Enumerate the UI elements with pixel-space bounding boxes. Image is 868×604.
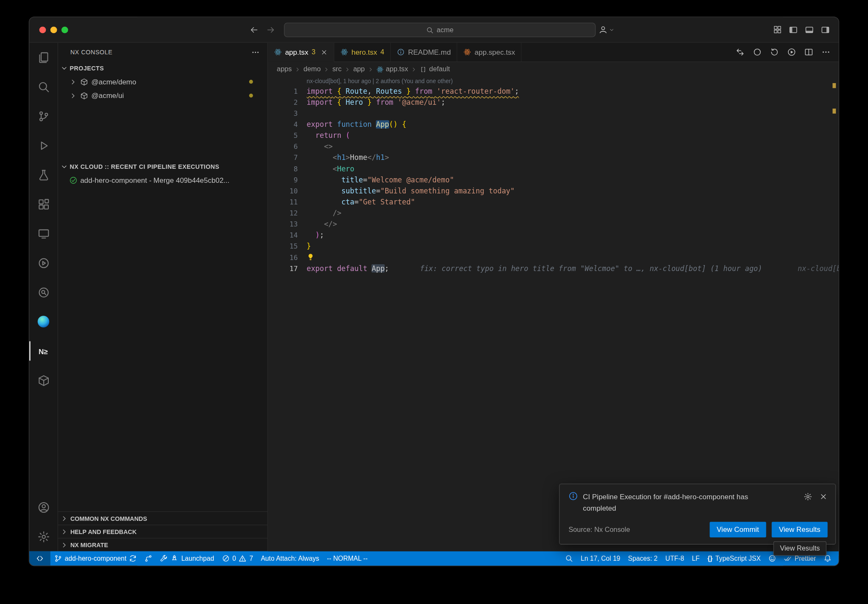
code-line-10[interactable]: 10 subtitle="Build something amazing tod… xyxy=(268,186,839,197)
nx-cloud-section-header[interactable]: NX CLOUD :: RECENT CI PIPELINE EXECUTION… xyxy=(58,160,267,173)
breadcrumb-app[interactable]: app xyxy=(353,65,364,73)
tab-app.spec.tsx[interactable]: app.spec.tsx xyxy=(457,43,522,62)
ci-pipeline-item[interactable]: add-hero-component - Merge 409b44e5cb02.… xyxy=(58,173,267,187)
remote-explorer-icon xyxy=(37,227,50,240)
activity-nx-console[interactable]: N≥ xyxy=(29,336,58,366)
status-bar-left: add-hero-componentLaunchpad07Auto Attach… xyxy=(29,551,371,566)
activity-accounts[interactable] xyxy=(29,492,58,522)
close-window-button[interactable] xyxy=(39,26,46,33)
sidebar-section-common-nx-commands[interactable]: COMMON NX COMMANDS xyxy=(58,512,267,525)
toggle-outline-icon[interactable] xyxy=(753,48,762,56)
more-actions-icon[interactable] xyxy=(821,48,830,56)
toggle-sidebar-icon[interactable] xyxy=(789,25,798,34)
code-line-8[interactable]: 8 <Hero xyxy=(268,163,839,174)
status-git-graph[interactable] xyxy=(141,551,156,566)
project-item[interactable]: @acme/demo xyxy=(58,75,267,89)
code-line-7[interactable]: 7 <h1>Home</h1> xyxy=(268,152,839,163)
code-line-16[interactable]: 16 xyxy=(268,252,839,263)
status-language-mode[interactable]: {}TypeScript JSX xyxy=(704,551,765,566)
profile-icon xyxy=(598,25,608,34)
brackets-crumb-icon xyxy=(420,66,427,73)
profile-switcher[interactable] xyxy=(598,17,615,42)
toggle-secondary-sidebar-icon[interactable] xyxy=(821,25,830,34)
close-tab-icon[interactable] xyxy=(320,48,328,56)
status-branch[interactable]: add-hero-component xyxy=(50,551,141,566)
status-cursor-position[interactable]: Ln 17, Col 19 xyxy=(577,551,624,566)
code-line-17[interactable]: 17export default App;fix: correct typo i… xyxy=(268,263,839,274)
status-auto-attach[interactable]: Auto Attach: Always xyxy=(257,551,323,566)
sidebar-more-actions-icon[interactable] xyxy=(251,48,260,56)
editor[interactable]: nx-cloud[bot], 1 hour ago | 2 authors (Y… xyxy=(268,76,839,551)
status-problems[interactable]: 07 xyxy=(218,551,257,566)
testing-icon xyxy=(37,169,50,181)
tab-hero.tsx[interactable]: hero.tsx4 xyxy=(334,43,391,62)
code-line-1[interactable]: 1import { Route, Routes } from 'react-ro… xyxy=(268,86,839,97)
activity-extensions[interactable] xyxy=(29,190,58,219)
breadcrumb-default[interactable]: default xyxy=(420,65,450,73)
activity-search[interactable] xyxy=(29,72,58,101)
open-changes-icon[interactable] xyxy=(736,48,745,56)
code-line-6[interactable]: 6 <> xyxy=(268,141,839,152)
toast-header: CI Pipeline Execution for #add-hero-comp… xyxy=(568,492,827,515)
fullscreen-window-button[interactable] xyxy=(61,26,68,33)
minimize-window-button[interactable] xyxy=(50,26,57,33)
rerun-task-icon[interactable] xyxy=(770,48,779,56)
activity-explorer[interactable] xyxy=(29,43,58,72)
split-editor-icon[interactable] xyxy=(804,48,813,56)
status-indentation[interactable]: Spaces: 2 xyxy=(624,551,662,566)
status-encoding[interactable]: UTF-8 xyxy=(662,551,688,566)
code-line-14[interactable]: 14 ); xyxy=(268,230,839,241)
status-vim-mode[interactable]: -- NORMAL -- xyxy=(323,551,371,566)
activity-remote-explorer[interactable] xyxy=(29,219,58,248)
activity-project-details[interactable] xyxy=(29,277,58,307)
status-zoom[interactable] xyxy=(562,551,577,566)
code-line-4[interactable]: 4export function App() { xyxy=(268,119,839,130)
view-results-button[interactable]: View Results xyxy=(772,522,828,537)
notification-settings-icon[interactable] xyxy=(804,492,812,501)
lightbulb-icon[interactable] xyxy=(307,253,314,261)
run-file-icon[interactable] xyxy=(787,48,796,56)
code-line-11[interactable]: 11 cta="Get Started" xyxy=(268,197,839,208)
status-remote[interactable] xyxy=(29,551,50,566)
activity-edge-tools[interactable] xyxy=(29,307,58,336)
code-line-13[interactable]: 13 </> xyxy=(268,219,839,230)
breadcrumb-separator-icon xyxy=(367,66,373,72)
view-commit-button[interactable]: View Commit xyxy=(709,522,766,537)
project-item[interactable]: @acme/ui xyxy=(58,89,267,103)
breadcrumb-app.tsx[interactable]: app.tsx xyxy=(376,65,408,73)
inline-blame-overflow: nx-cloud[b xyxy=(798,263,839,274)
breadcrumb-demo[interactable]: demo xyxy=(303,65,321,73)
command-center[interactable]: acme xyxy=(284,23,595,37)
sidebar-section-help-and-feedback[interactable]: HELP AND FEEDBACK xyxy=(58,525,267,538)
customize-layout-icon[interactable] xyxy=(773,25,782,34)
tab-app.tsx[interactable]: app.tsx3 xyxy=(268,43,334,62)
activity-nx-cloud-runs[interactable] xyxy=(29,248,58,277)
sidebar-section-nx-migrate[interactable]: NX MIGRATE xyxy=(58,538,267,551)
activity-testing[interactable] xyxy=(29,160,58,189)
activity-run-and-debug[interactable] xyxy=(29,131,58,160)
chevron-right-icon xyxy=(60,541,68,548)
breadcrumb-label: default xyxy=(429,65,450,73)
nav-back-icon[interactable] xyxy=(250,25,259,34)
section-label: NX MIGRATE xyxy=(70,542,108,548)
breadcrumb-separator-icon xyxy=(323,66,329,72)
breadcrumb-apps[interactable]: apps xyxy=(277,65,292,73)
breadcrumb-src[interactable]: src xyxy=(332,65,342,73)
code-line-9[interactable]: 9 title="Welcome @acme/demo" xyxy=(268,174,839,185)
nav-forward-icon[interactable] xyxy=(266,25,275,34)
code-line-15[interactable]: 15} xyxy=(268,241,839,252)
close-notification-icon[interactable] xyxy=(819,492,828,501)
toggle-panel-icon[interactable] xyxy=(805,25,814,34)
code-line-2[interactable]: 2import { Hero } from '@acme/ui'; xyxy=(268,97,839,108)
activity-settings[interactable] xyxy=(29,522,58,551)
status-eol[interactable]: LF xyxy=(688,551,704,566)
projects-section-header[interactable]: PROJECTS xyxy=(58,62,267,75)
status-launchpad[interactable]: Launchpad xyxy=(156,551,218,566)
code-line-12[interactable]: 12 /> xyxy=(268,208,839,219)
activity-source-control[interactable] xyxy=(29,101,58,131)
code-line-5[interactable]: 5 return ( xyxy=(268,130,839,141)
activity-containers[interactable] xyxy=(29,366,58,395)
code-line-3[interactable]: 3 xyxy=(268,108,839,119)
tab-README.md[interactable]: README.md xyxy=(391,43,457,62)
sidebar-spacer xyxy=(58,187,267,511)
